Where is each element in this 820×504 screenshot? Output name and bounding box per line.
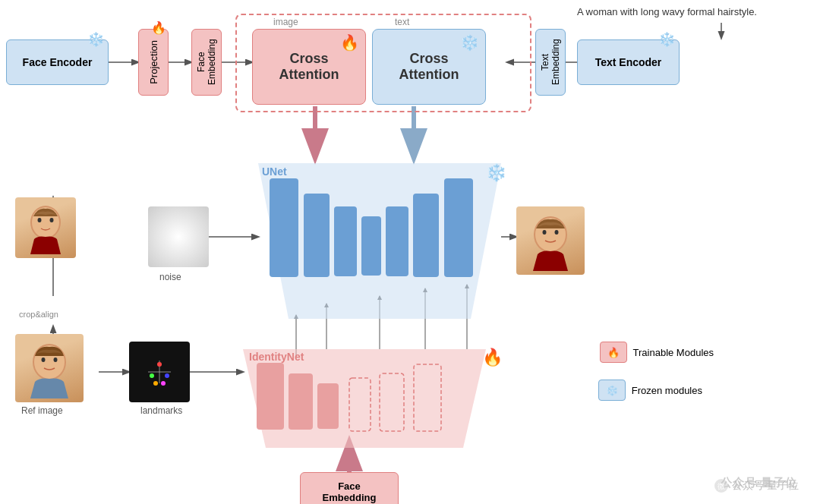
svg-point-38 [50,218,54,222]
svg-text:微: 微 [718,482,725,490]
legend-frozen-label: Frozen modules [632,385,702,396]
watermark-area: 微 公众号·量子位 [714,478,799,493]
watermark-text: 公众号·量子位 [732,479,799,493]
svg-rect-30 [289,373,313,430]
face-embedding-rotated-label: Face Embedding [196,30,217,95]
face-embedding-rotated-box: Face Embedding [191,29,222,96]
snowflake-icon-face-encoder: ❄️ [87,31,104,48]
svg-rect-32 [349,378,371,431]
text-embedding-rotated-label: Text Embedding [540,30,561,95]
cross-attention-text-label: CrossAttention [399,51,459,83]
fire-icon-legend: 🔥 [607,347,620,358]
svg-point-49 [157,362,162,367]
unet-label: UNet [262,165,287,178]
svg-point-50 [150,373,154,378]
noise-image [148,206,209,267]
fire-icon-ca-image: 🔥 [340,33,359,52]
svg-point-45 [42,358,46,362]
svg-rect-23 [304,194,330,277]
svg-rect-25 [361,216,381,276]
projection-box: Projection 🔥 [138,29,169,96]
svg-point-42 [555,230,559,235]
svg-point-46 [54,358,58,362]
text-encoder-label: Text Encoder [595,56,662,68]
svg-rect-29 [257,363,284,430]
svg-rect-31 [317,383,339,429]
face-encoder-box: Face Encoder ❄️ [6,39,109,85]
svg-point-52 [153,381,158,386]
legend-frozen: ❄️ Frozen modules [598,380,702,401]
text-encoder-box: Text Encoder ❄️ [577,39,680,85]
svg-point-41 [543,230,547,235]
svg-marker-21 [243,349,486,448]
fire-icon-projection: 🔥 [151,20,166,35]
svg-rect-22 [270,178,298,277]
legend-trainable-label: Trainable Modules [633,347,714,358]
svg-rect-28 [444,178,473,277]
face-encoder-label: Face Encoder [23,56,93,68]
cross-attention-image-box: CrossAttention 🔥 [252,29,366,105]
ref-image [15,334,84,402]
svg-marker-20 [258,163,501,319]
svg-rect-34 [414,364,441,431]
face-embedding-bottom-box: FaceEmbedding [300,472,399,504]
caption-text: A woman with long wavy formal hairstyle. [577,6,797,17]
legend-trainable-box: 🔥 [600,342,627,363]
crop-align-label: crop&align [19,310,58,319]
svg-point-53 [161,381,166,386]
wechat-icon: 微 [714,478,729,493]
snowflake-icon-ca-text: ❄️ [460,33,479,52]
cross-attention-image-label: CrossAttention [279,51,339,83]
svg-point-51 [165,373,169,378]
cross-attention-text-box: CrossAttention ❄️ [372,29,486,105]
legend-frozen-box: ❄️ [598,380,626,401]
output-face-image [516,206,585,275]
ref-image-label: Ref image [21,405,63,416]
landmarks-label: landmarks [140,405,182,416]
text-label: text [395,17,409,27]
identity-net-label: IdentityNet [249,351,304,363]
svg-rect-27 [413,194,439,277]
face-embedding-bottom-label: FaceEmbedding [323,480,377,503]
svg-rect-24 [334,206,357,276]
projection-label: Projection [148,40,159,84]
svg-rect-33 [380,373,404,431]
text-embedding-rotated-box: Text Embedding [535,29,566,96]
face-image-top [15,197,76,258]
legend-trainable: 🔥 Trainable Modules [600,342,714,363]
landmarks-image [129,342,190,402]
svg-point-37 [38,218,42,222]
image-label: image [273,17,298,27]
fire-icon-identity-net: 🔥 [482,348,503,367]
noise-label: noise [159,272,181,282]
svg-rect-26 [386,206,408,276]
snowflake-icon-legend: ❄️ [606,385,618,396]
snowflake-icon-text-encoder: ❄️ [658,31,675,48]
snowflake-icon-unet: ❄️ [486,163,506,183]
